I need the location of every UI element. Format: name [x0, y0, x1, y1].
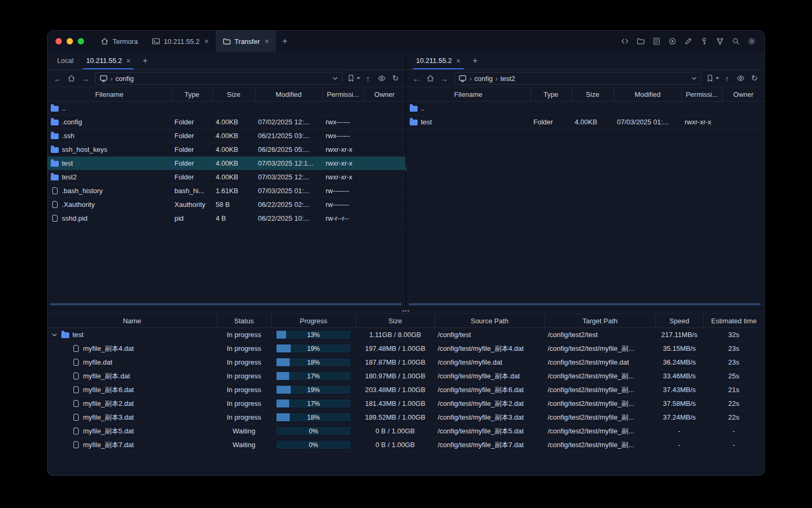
- file-row[interactable]: .bash_history bash_hi...1.61KB07/03/2025…: [48, 184, 405, 198]
- column-progress[interactable]: Progress: [271, 314, 356, 328]
- parent-directory-button[interactable]: ↑: [721, 72, 733, 84]
- tab-transfer[interactable]: Transfer ×: [216, 31, 276, 52]
- transfer-row[interactable]: test In progress 13% 1.11GB / 8.00GB /co…: [48, 328, 764, 342]
- close-tab-icon[interactable]: ×: [456, 57, 460, 65]
- horizontal-scrollbar[interactable]: [50, 303, 402, 305]
- file-row[interactable]: test Folder4.00KB07/03/2025 01:...rwxr-x…: [407, 115, 764, 129]
- cell-progress: 19%: [271, 383, 356, 397]
- chevron-down-icon[interactable]: [691, 75, 697, 81]
- parent-directory-button[interactable]: ↑: [362, 72, 374, 84]
- column-name[interactable]: Name: [48, 314, 217, 328]
- back-button[interactable]: ←: [411, 72, 422, 84]
- new-pane-tab-button[interactable]: +: [137, 52, 153, 69]
- column-permissions[interactable]: Permissi...: [322, 87, 363, 102]
- tab-remote-host[interactable]: 10.211.55.2 ×: [80, 52, 137, 69]
- column-modified[interactable]: Modified: [614, 87, 681, 102]
- git-branch-icon[interactable]: [714, 35, 726, 48]
- expander-chevron-icon[interactable]: [51, 332, 58, 338]
- file-row[interactable]: .config Folder4.00KB07/02/2025 12:...rwx…: [48, 115, 405, 129]
- column-estimated-time[interactable]: Estimated time: [703, 314, 764, 328]
- search-icon[interactable]: [730, 35, 742, 48]
- horizontal-scrollbar[interactable]: [409, 303, 761, 305]
- cell-modified: 07/02/2025 12:...: [255, 115, 322, 129]
- transfer-row[interactable]: myfile_副本2.dat In progress 17% 181.43MB …: [48, 397, 764, 411]
- tab-remote-host[interactable]: 10.211.55.2 ×: [410, 52, 467, 69]
- chevron-down-icon[interactable]: [332, 75, 338, 81]
- breadcrumb-item[interactable]: config: [115, 75, 134, 83]
- home-button[interactable]: [66, 72, 77, 84]
- column-size[interactable]: Size: [356, 314, 435, 328]
- key-icon[interactable]: [698, 35, 710, 48]
- column-owner[interactable]: Owner: [722, 87, 764, 102]
- new-pane-tab-button[interactable]: +: [467, 52, 483, 69]
- column-status[interactable]: Status: [217, 314, 271, 328]
- column-size[interactable]: Size: [213, 87, 255, 102]
- file-row[interactable]: .Xauthority Xauthority58 B06/22/2025 02:…: [48, 198, 405, 212]
- file-row[interactable]: ..: [48, 102, 405, 115]
- file-row[interactable]: ssh_host_keys Folder4.00KB06/26/2025 05:…: [48, 143, 405, 157]
- settings-icon[interactable]: [745, 35, 758, 48]
- bookmark-button[interactable]: [706, 72, 719, 84]
- filename: sshd.pid: [62, 214, 87, 222]
- progress-bar: 18%: [276, 413, 350, 421]
- column-filename[interactable]: Filename: [48, 87, 171, 102]
- record-icon[interactable]: [666, 35, 679, 48]
- close-tab-icon[interactable]: ×: [126, 57, 131, 65]
- column-type[interactable]: Type: [171, 87, 213, 102]
- file-row-selected[interactable]: test Folder4.00KB07/03/2025 12:1...rwxr-…: [48, 157, 405, 170]
- column-size[interactable]: Size: [571, 87, 614, 102]
- home-button[interactable]: [425, 72, 436, 84]
- tab-termora[interactable]: Termora: [94, 31, 145, 52]
- column-type[interactable]: Type: [530, 87, 571, 102]
- breadcrumb-item[interactable]: config: [474, 75, 493, 83]
- tab-local[interactable]: Local: [51, 52, 80, 69]
- log-icon[interactable]: [650, 35, 663, 48]
- close-tab-icon[interactable]: ×: [265, 37, 269, 46]
- transfer-row[interactable]: myfile_副本6.dat In progress 19% 203.48MB …: [48, 383, 764, 397]
- transfer-row[interactable]: myfile_副本.dat In progress 17% 180.97MB /…: [48, 369, 764, 383]
- column-owner[interactable]: Owner: [363, 87, 405, 102]
- file-row[interactable]: ..: [407, 102, 764, 115]
- transfer-row[interactable]: myfile_副本4.dat In progress 19% 197.48MB …: [48, 342, 764, 356]
- tab-host-session[interactable]: 10.211.55.2 ×: [145, 31, 216, 52]
- breadcrumb-item[interactable]: test2: [500, 75, 515, 83]
- refresh-button[interactable]: ↻: [749, 72, 760, 84]
- bookmark-button[interactable]: [347, 72, 360, 84]
- column-source-path[interactable]: Source Path: [435, 314, 545, 328]
- path-breadcrumb[interactable]: › config › test2: [454, 72, 702, 85]
- edit-icon[interactable]: [682, 35, 695, 48]
- column-speed[interactable]: Speed: [656, 314, 703, 328]
- minimize-window-button[interactable]: [67, 38, 73, 44]
- transfer-row[interactable]: myfile_副本3.dat In progress 18% 189.52MB …: [48, 411, 764, 424]
- file-row[interactable]: sshd.pid pid4 B06/22/2025 10:...rw-r--r-…: [48, 212, 405, 225]
- cell-owner: [363, 115, 405, 129]
- column-modified[interactable]: Modified: [255, 87, 322, 102]
- show-hidden-files-icon[interactable]: [376, 72, 387, 84]
- forward-button[interactable]: →: [79, 72, 91, 84]
- new-tab-button[interactable]: +: [276, 31, 294, 52]
- column-permissions[interactable]: Permissi...: [681, 87, 722, 102]
- transfer-row[interactable]: myfile_副本7.dat Waiting 0% 0 B / 1.00GB /…: [48, 438, 764, 452]
- close-tab-icon[interactable]: ×: [204, 37, 208, 46]
- refresh-button[interactable]: ↻: [390, 72, 401, 84]
- zoom-window-button[interactable]: [78, 38, 84, 44]
- transfer-name: myfile_副本2.dat: [83, 399, 134, 409]
- chevron-down-icon: [716, 77, 719, 79]
- path-breadcrumb[interactable]: › config: [95, 72, 343, 85]
- cell-target-path: /config/test2/test/myfile_副...: [545, 342, 656, 356]
- file-icon: [73, 345, 79, 352]
- column-target-path[interactable]: Target Path: [545, 314, 656, 328]
- show-hidden-files-icon[interactable]: [735, 72, 746, 84]
- transfer-row[interactable]: myfile.dat In progress 18% 187.87MB / 1.…: [48, 356, 764, 369]
- code-icon[interactable]: [619, 35, 631, 48]
- file-row[interactable]: .ssh Folder4.00KB06/21/2025 03:...rwx---…: [48, 129, 405, 143]
- transfer-row[interactable]: myfile_副本5.dat Waiting 0% 0 B / 1.00GB /…: [48, 424, 764, 438]
- file-row[interactable]: test2 Folder4.00KB07/03/2025 12:...rwxr-…: [48, 170, 405, 184]
- close-window-button[interactable]: [56, 38, 62, 44]
- column-filename[interactable]: Filename: [407, 87, 530, 102]
- folder-icon[interactable]: [634, 35, 647, 48]
- cell-modified: 07/03/2025 01:...: [255, 184, 322, 198]
- forward-button[interactable]: →: [438, 72, 450, 84]
- back-button[interactable]: ←: [52, 72, 63, 84]
- horizontal-splitter[interactable]: •••: [48, 308, 764, 313]
